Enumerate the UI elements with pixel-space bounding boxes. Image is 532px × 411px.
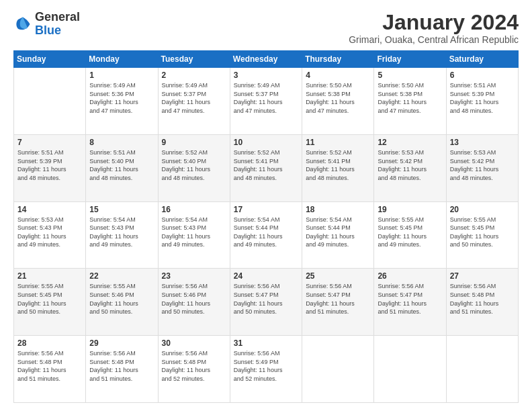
day-number: 15: [89, 205, 154, 214]
calendar-cell: 23Sunrise: 5:56 AM Sunset: 5:46 PM Dayli…: [158, 269, 230, 336]
day-info: Sunrise: 5:51 AM Sunset: 5:39 PM Dayligh…: [17, 148, 82, 182]
header-sunday: Sunday: [14, 51, 86, 68]
calendar-cell: 22Sunrise: 5:55 AM Sunset: 5:46 PM Dayli…: [86, 269, 158, 336]
logo: General Blue: [13, 11, 80, 38]
day-info: Sunrise: 5:56 AM Sunset: 5:48 PM Dayligh…: [162, 349, 226, 383]
calendar-cell: 30Sunrise: 5:56 AM Sunset: 5:48 PM Dayli…: [158, 336, 230, 403]
calendar-cell: 3Sunrise: 5:49 AM Sunset: 5:37 PM Daylig…: [230, 68, 302, 135]
calendar-cell: 15Sunrise: 5:54 AM Sunset: 5:43 PM Dayli…: [86, 201, 158, 269]
day-info: Sunrise: 5:55 AM Sunset: 5:46 PM Dayligh…: [89, 282, 154, 316]
calendar-cell: 29Sunrise: 5:56 AM Sunset: 5:48 PM Dayli…: [86, 336, 158, 403]
calendar-cell: 14Sunrise: 5:53 AM Sunset: 5:43 PM Dayli…: [14, 201, 86, 269]
day-info: Sunrise: 5:56 AM Sunset: 5:48 PM Dayligh…: [17, 349, 82, 383]
week-row-5: 28Sunrise: 5:56 AM Sunset: 5:48 PM Dayli…: [14, 336, 519, 403]
day-number: 11: [306, 138, 370, 147]
header-friday: Friday: [374, 51, 446, 68]
day-info: Sunrise: 5:49 AM Sunset: 5:37 PM Dayligh…: [234, 81, 298, 115]
calendar-cell: 9Sunrise: 5:52 AM Sunset: 5:40 PM Daylig…: [158, 134, 230, 201]
calendar-cell: 2Sunrise: 5:49 AM Sunset: 5:37 PM Daylig…: [158, 68, 230, 135]
day-info: Sunrise: 5:53 AM Sunset: 5:42 PM Dayligh…: [378, 148, 442, 182]
day-number: 3: [234, 71, 298, 80]
calendar-cell: 8Sunrise: 5:51 AM Sunset: 5:40 PM Daylig…: [86, 134, 158, 201]
day-info: Sunrise: 5:53 AM Sunset: 5:42 PM Dayligh…: [450, 148, 515, 182]
calendar-cell: 21Sunrise: 5:55 AM Sunset: 5:45 PM Dayli…: [14, 269, 86, 336]
day-number: 2: [162, 71, 226, 80]
calendar-cell: 24Sunrise: 5:56 AM Sunset: 5:47 PM Dayli…: [230, 269, 302, 336]
weekday-header-row: Sunday Monday Tuesday Wednesday Thursday…: [14, 51, 519, 68]
calendar-cell: 13Sunrise: 5:53 AM Sunset: 5:42 PM Dayli…: [446, 134, 518, 201]
logo-general: General: [35, 10, 80, 24]
day-info: Sunrise: 5:54 AM Sunset: 5:43 PM Dayligh…: [162, 216, 226, 249]
header-saturday: Saturday: [446, 51, 518, 68]
day-info: Sunrise: 5:49 AM Sunset: 5:36 PM Dayligh…: [89, 81, 154, 115]
day-number: 9: [162, 138, 226, 147]
day-number: 25: [306, 271, 370, 281]
day-info: Sunrise: 5:55 AM Sunset: 5:45 PM Dayligh…: [378, 216, 442, 249]
day-number: 19: [378, 205, 442, 214]
week-row-4: 21Sunrise: 5:55 AM Sunset: 5:45 PM Dayli…: [14, 269, 519, 336]
day-info: Sunrise: 5:51 AM Sunset: 5:40 PM Dayligh…: [89, 148, 154, 182]
day-number: 13: [450, 138, 515, 147]
day-info: Sunrise: 5:56 AM Sunset: 5:47 PM Dayligh…: [234, 282, 298, 316]
calendar-cell: 19Sunrise: 5:55 AM Sunset: 5:45 PM Dayli…: [374, 201, 446, 269]
logo-icon: [13, 15, 32, 34]
day-number: 23: [162, 271, 226, 281]
header-monday: Monday: [86, 51, 158, 68]
day-number: 20: [450, 205, 515, 214]
week-row-2: 7Sunrise: 5:51 AM Sunset: 5:39 PM Daylig…: [14, 134, 519, 201]
header: General Blue January 2024 Grimari, Ouaka…: [13, 11, 519, 45]
calendar-cell: 6Sunrise: 5:51 AM Sunset: 5:39 PM Daylig…: [446, 68, 518, 135]
calendar-cell: 31Sunrise: 5:56 AM Sunset: 5:49 PM Dayli…: [230, 336, 302, 403]
day-number: 1: [89, 71, 154, 80]
calendar-cell: [374, 336, 446, 403]
day-number: 14: [17, 205, 82, 214]
day-number: 31: [234, 338, 298, 348]
calendar-cell: 11Sunrise: 5:52 AM Sunset: 5:41 PM Dayli…: [302, 134, 374, 201]
day-number: 10: [234, 138, 298, 147]
day-number: 24: [234, 271, 298, 281]
day-info: Sunrise: 5:55 AM Sunset: 5:45 PM Dayligh…: [450, 216, 515, 249]
day-info: Sunrise: 5:54 AM Sunset: 5:43 PM Dayligh…: [89, 216, 154, 249]
calendar-cell: 26Sunrise: 5:56 AM Sunset: 5:47 PM Dayli…: [374, 269, 446, 336]
day-info: Sunrise: 5:50 AM Sunset: 5:38 PM Dayligh…: [378, 81, 442, 115]
day-info: Sunrise: 5:55 AM Sunset: 5:45 PM Dayligh…: [17, 282, 82, 316]
page: General Blue January 2024 Grimari, Ouaka…: [0, 0, 532, 411]
day-number: 18: [306, 205, 370, 214]
day-number: 26: [378, 271, 442, 281]
calendar-cell: [302, 336, 374, 403]
day-number: 29: [89, 338, 154, 348]
title-block: January 2024 Grimari, Ouaka, Central Afr…: [349, 11, 519, 45]
day-number: 12: [378, 138, 442, 147]
calendar-cell: 17Sunrise: 5:54 AM Sunset: 5:44 PM Dayli…: [230, 201, 302, 269]
location: Grimari, Ouaka, Central African Republic: [349, 34, 519, 45]
calendar-cell: 27Sunrise: 5:56 AM Sunset: 5:48 PM Dayli…: [446, 269, 518, 336]
day-number: 27: [450, 271, 515, 281]
day-info: Sunrise: 5:51 AM Sunset: 5:39 PM Dayligh…: [450, 81, 515, 115]
logo-text: General Blue: [35, 11, 80, 38]
calendar-cell: 28Sunrise: 5:56 AM Sunset: 5:48 PM Dayli…: [14, 336, 86, 403]
day-info: Sunrise: 5:49 AM Sunset: 5:37 PM Dayligh…: [162, 81, 226, 115]
calendar-cell: [14, 68, 86, 135]
day-info: Sunrise: 5:56 AM Sunset: 5:47 PM Dayligh…: [306, 282, 370, 316]
week-row-1: 1Sunrise: 5:49 AM Sunset: 5:36 PM Daylig…: [14, 68, 519, 135]
day-number: 30: [162, 338, 226, 348]
day-info: Sunrise: 5:56 AM Sunset: 5:47 PM Dayligh…: [378, 282, 442, 316]
header-tuesday: Tuesday: [158, 51, 230, 68]
day-info: Sunrise: 5:56 AM Sunset: 5:46 PM Dayligh…: [162, 282, 226, 316]
day-number: 21: [17, 271, 82, 281]
calendar-cell: 25Sunrise: 5:56 AM Sunset: 5:47 PM Dayli…: [302, 269, 374, 336]
day-number: 5: [378, 71, 442, 80]
day-info: Sunrise: 5:52 AM Sunset: 5:40 PM Dayligh…: [162, 148, 226, 182]
day-number: 16: [162, 205, 226, 214]
logo-blue: Blue: [35, 24, 61, 37]
day-info: Sunrise: 5:56 AM Sunset: 5:49 PM Dayligh…: [234, 349, 298, 383]
day-info: Sunrise: 5:54 AM Sunset: 5:44 PM Dayligh…: [234, 216, 298, 249]
day-info: Sunrise: 5:56 AM Sunset: 5:48 PM Dayligh…: [450, 282, 515, 316]
day-number: 17: [234, 205, 298, 214]
calendar-cell: 20Sunrise: 5:55 AM Sunset: 5:45 PM Dayli…: [446, 201, 518, 269]
day-number: 8: [89, 138, 154, 147]
calendar-cell: 1Sunrise: 5:49 AM Sunset: 5:36 PM Daylig…: [86, 68, 158, 135]
day-info: Sunrise: 5:50 AM Sunset: 5:38 PM Dayligh…: [306, 81, 370, 115]
calendar-cell: 5Sunrise: 5:50 AM Sunset: 5:38 PM Daylig…: [374, 68, 446, 135]
day-number: 6: [450, 71, 515, 80]
